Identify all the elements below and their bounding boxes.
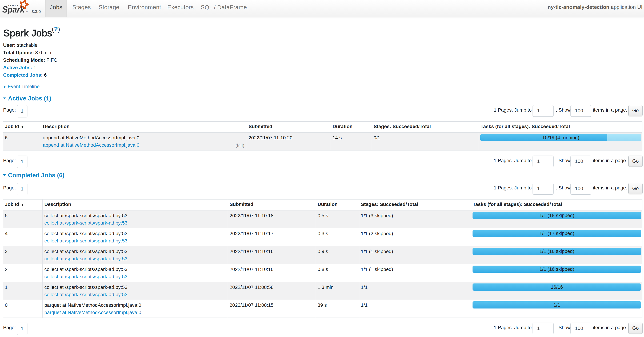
svg-text:TM: TM [26, 11, 28, 12]
svg-text:Spark: Spark [2, 4, 25, 14]
